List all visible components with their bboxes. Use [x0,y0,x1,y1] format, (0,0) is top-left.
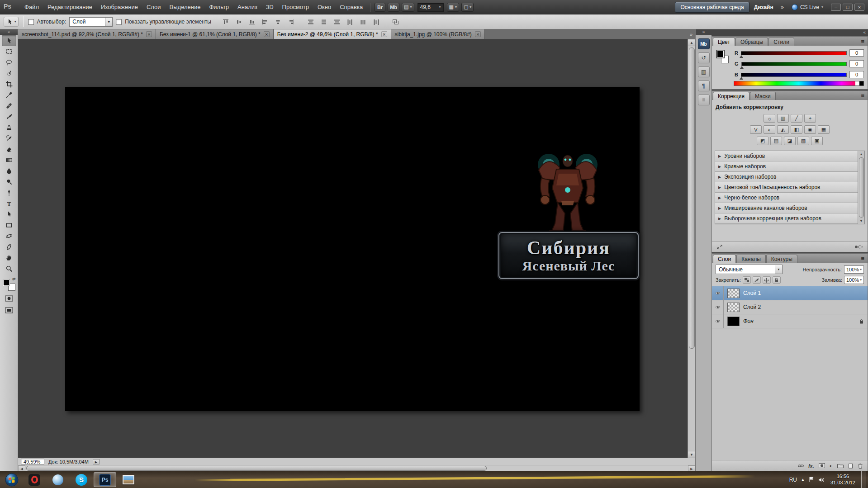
menu-file[interactable]: Файл [20,2,43,12]
tab-paths[interactable]: Контуры [766,255,797,263]
healing-brush-tool[interactable] [2,100,16,111]
selective-color-icon[interactable]: ▣ [811,137,823,145]
menu-analysis[interactable]: Анализ [233,2,261,12]
layer-visibility-toggle[interactable] [712,286,724,300]
auto-align-layers-button[interactable] [391,17,401,26]
document-tab[interactable]: screenshot_114.psd @ 92,8% (Слой 1, RGB/… [18,29,156,39]
language-indicator[interactable]: RU [789,477,797,483]
horizontal-scrollbar[interactable]: ◀ ▶ [18,465,695,471]
tab-masks[interactable]: Маски [750,92,776,100]
expand-arrow-icon[interactable]: ▶ [718,185,721,190]
arrange-documents-button[interactable]: ▦▾ [447,3,459,12]
invert-icon[interactable]: ◩ [757,137,768,145]
layer-row-layer2[interactable]: Слой 2 [712,300,868,314]
link-layers-icon[interactable] [798,464,804,468]
tools-collapse-button[interactable]: « [0,29,18,35]
marquee-tool[interactable] [2,46,16,57]
presets-scrollbar[interactable]: ▲ ▼ [858,151,864,224]
align-vertical-centers-button[interactable] [234,17,244,26]
brightness-contrast-icon[interactable]: ☼ [764,114,775,123]
zoom-tool[interactable] [2,263,16,274]
opacity-field[interactable]: 100% ▾ [844,265,864,274]
exposure-icon[interactable]: ± [804,114,816,123]
distribute-vertical-centers-button[interactable] [319,17,329,26]
dodge-tool[interactable] [2,176,16,187]
tab-channels[interactable]: Каналы [736,255,766,263]
screen-mode-button[interactable]: ▢▾ [461,3,474,12]
curves-icon[interactable]: ╱ [791,114,802,123]
shape-tool[interactable] [2,220,16,231]
tab-adjustments[interactable]: Коррекция [713,92,749,100]
launch-mini-bridge-button[interactable]: Mb [388,3,399,12]
move-tool[interactable] [2,35,16,46]
layer-thumbnail[interactable] [727,317,740,326]
status-flyout-button[interactable]: ▶ [93,459,100,464]
lasso-tool[interactable] [2,57,16,68]
color-spectrum-ramp[interactable] [734,81,864,86]
quick-selection-tool[interactable] [2,68,16,79]
quick-mask-button[interactable] [3,294,15,303]
layer-thumbnail[interactable] [727,289,740,298]
paragraph-panel-button[interactable]: ¶ [698,81,710,91]
menu-help[interactable]: Справка [336,2,367,12]
taskbar-app-button[interactable] [47,472,69,487]
red-value-field[interactable]: 0 [849,49,864,57]
workspace-design-button[interactable]: Дизайн [750,2,778,12]
collapse-dock-button[interactable]: « [711,29,868,35]
tab-color[interactable]: Цвет [713,38,735,46]
workspace-overflow-button[interactable]: » [778,4,787,10]
tool-preset-picker[interactable]: ▾ [4,17,19,27]
3d-rotate-tool[interactable] [2,231,16,242]
cs-live-button[interactable]: CS Live ▾ [792,4,823,10]
hand-tool[interactable] [2,252,16,263]
panel-menu-icon[interactable]: ≡ [858,38,868,45]
panel-menu-icon[interactable]: ≡ [858,255,868,262]
tab-layers[interactable]: Слои [713,255,736,263]
blue-slider-thumb[interactable] [740,77,743,80]
show-desktop-button[interactable] [861,471,866,488]
zoom-level-field[interactable]: 49,6▾ [417,3,444,12]
autoselect-checkbox[interactable] [28,19,34,25]
expand-arrow-icon[interactable]: ▶ [718,175,721,179]
history-panel-button[interactable]: ↺ [698,52,710,63]
gradient-tool[interactable] [2,155,16,166]
action-center-flag-icon[interactable] [809,477,814,483]
expand-arrow-icon[interactable]: ▶ [718,206,721,210]
distribute-bottom-edges-button[interactable] [332,17,342,26]
type-tool[interactable]: T [2,198,16,209]
green-slider-track[interactable] [741,62,847,66]
menu-view[interactable]: Просмотр [278,2,313,12]
menu-layers[interactable]: Слои [142,2,165,12]
expand-dock-button[interactable]: » [696,29,711,35]
status-zoom-field[interactable]: 49,59% [21,459,44,464]
layer-name[interactable]: Слой 2 [743,304,761,310]
photo-filter-icon[interactable]: ◉ [804,125,816,134]
red-slider-thumb[interactable] [740,55,743,58]
green-slider-thumb[interactable] [740,66,744,69]
document-canvas[interactable]: Сибирия Ясеневый Лес [65,87,640,411]
taskbar-clock[interactable]: 16:56 31.03.2012 [830,474,855,486]
info-panel-button[interactable]: ≡ [698,95,710,105]
close-tab-icon[interactable]: × [475,31,481,37]
new-adjustment-layer-icon[interactable]: ◐ [830,463,833,469]
start-button[interactable] [1,472,22,487]
lock-transparency-button[interactable] [743,276,751,284]
new-group-icon[interactable] [837,463,844,468]
lock-position-button[interactable] [763,276,771,284]
blue-slider-track[interactable] [741,73,847,77]
close-tab-icon[interactable]: × [381,31,387,37]
add-mask-icon[interactable] [819,463,825,468]
path-selection-tool[interactable] [2,209,16,220]
red-slider-track[interactable] [741,51,847,55]
expand-arrow-icon[interactable]: ▶ [718,165,721,169]
3d-orbit-tool[interactable] [2,242,16,252]
expand-arrow-icon[interactable]: ▶ [718,217,721,221]
foreground-color-swatch[interactable] [716,50,724,58]
align-top-edges-button[interactable] [221,17,231,26]
distribute-left-edges-button[interactable] [345,17,355,26]
layer-name[interactable]: Слой 1 [743,290,761,296]
autoselect-target-select[interactable]: Слой ▼ [69,17,113,27]
hidden-icons-button[interactable]: ▲ [801,478,805,482]
distribute-horizontal-centers-button[interactable] [358,17,368,26]
blue-value-field[interactable]: 0 [849,71,864,78]
